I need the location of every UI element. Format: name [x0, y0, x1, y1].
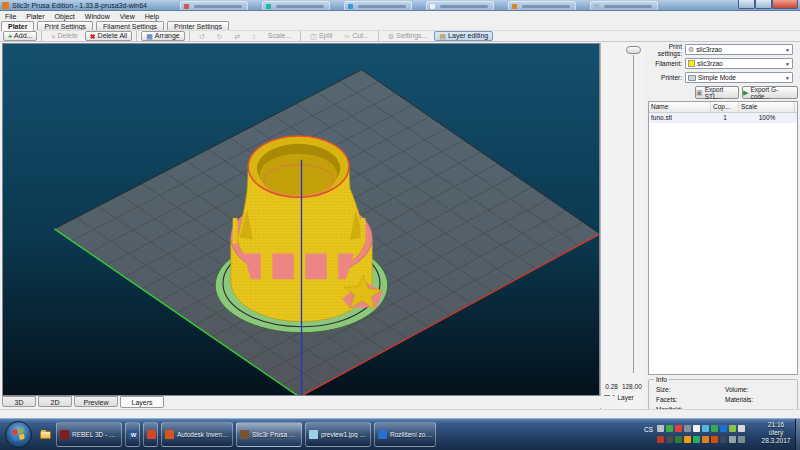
app-icon — [2, 2, 9, 9]
taskbar-button-display-settings[interactable]: Rozlišení zobraz... — [374, 422, 436, 447]
show-desktop-button[interactable] — [795, 419, 800, 450]
background-browser-tab — [508, 1, 576, 10]
taskbar-button-inventor[interactable]: Autodesk Inventor Pr... — [161, 422, 233, 447]
delete-button[interactable]: × Delete — [46, 31, 82, 41]
delete-icon: × — [51, 33, 55, 40]
tab-plater[interactable]: Plater — [1, 21, 34, 31]
rotate-cw-icon: ↻ — [217, 33, 223, 40]
tray-icon[interactable] — [675, 425, 682, 432]
tray-icon[interactable] — [657, 425, 664, 432]
tab-printer-settings[interactable]: Printer Settings — [167, 21, 229, 30]
tray-icon[interactable] — [657, 436, 664, 443]
plater-toolbar: + Add... × Delete ✖ Delete All ▦ Arrange… — [0, 30, 800, 42]
printer-icon — [688, 75, 696, 81]
clock-date: 28.3.2017 — [757, 437, 795, 445]
menu-plater[interactable]: Plater — [21, 13, 49, 20]
inventor-icon — [165, 430, 174, 439]
taskbar-button-slic3r[interactable]: Slic3r Prusa Edition - ... — [236, 422, 302, 447]
cut-button[interactable]: ✂ Cut... — [339, 31, 374, 41]
tray-icon[interactable] — [720, 436, 727, 443]
table-row[interactable]: funo.stl 1 100% — [649, 113, 797, 123]
background-browser-tab — [590, 1, 658, 10]
taskbar-button-paint[interactable]: preview1.jpg - Malov... — [305, 422, 371, 447]
layer-editing-icon: ▤ — [439, 33, 446, 40]
taskbar-clock[interactable]: 21:16 úterý 28.3.2017 — [757, 421, 795, 445]
layer-slider-track[interactable] — [633, 55, 634, 373]
minimize-button[interactable] — [738, 0, 755, 9]
column-copies[interactable]: Cop... — [711, 102, 739, 112]
tab-3d[interactable]: 3D — [2, 396, 36, 407]
tray-icon[interactable] — [684, 425, 691, 432]
rotate-ccw-button[interactable]: ↺ — [194, 31, 210, 41]
taskbar-button-powerpoint[interactable] — [143, 422, 158, 447]
start-button[interactable] — [5, 421, 32, 448]
tray-icon[interactable] — [729, 425, 736, 432]
mirror-button[interactable]: ⇄ — [229, 31, 245, 41]
export-stl-icon: ▣ — [696, 89, 703, 96]
tray-icon[interactable] — [693, 425, 700, 432]
volume-label: Volume: — [725, 386, 749, 393]
filament-select[interactable]: slic3rzao ▼ — [685, 58, 793, 69]
word-icon: W — [129, 430, 138, 439]
arrange-button[interactable]: ▦ Arrange — [141, 31, 185, 41]
size-label: Size: — [656, 386, 670, 393]
tray-icon[interactable] — [693, 436, 700, 443]
menu-window[interactable]: Window — [80, 13, 115, 20]
clock-time: 21:16 — [757, 421, 795, 429]
tray-icon[interactable] — [729, 436, 736, 443]
column-name[interactable]: Name — [649, 102, 711, 112]
tab-print-settings[interactable]: Print Settings — [37, 21, 93, 30]
menu-file[interactable]: File — [0, 13, 21, 20]
tray-icon[interactable] — [684, 436, 691, 443]
layer-slider-handle[interactable] — [626, 46, 641, 54]
column-scale[interactable]: Scale — [739, 102, 795, 112]
export-gcode-button[interactable]: ▶ Export G-code... — [742, 86, 798, 99]
delete-all-button[interactable]: ✖ Delete All — [85, 31, 132, 41]
layer-editing-panel: 0.28 128.00 1 Layer — [600, 43, 645, 418]
tray-icon[interactable] — [702, 436, 709, 443]
rotate-cw-button[interactable]: ↻ — [212, 31, 228, 41]
menu-help[interactable]: Help — [140, 13, 164, 20]
tray-icon[interactable] — [720, 425, 727, 432]
window-title: Slic3r Prusa Edition - 1.33.8-prusa3d-wi… — [12, 2, 147, 9]
tray-icon[interactable] — [666, 436, 673, 443]
close-button[interactable] — [772, 0, 798, 9]
3d-viewport-canvas[interactable] — [2, 43, 600, 396]
settings-button[interactable]: ⚙ Settings... — [383, 31, 432, 41]
windows-logo-icon — [12, 428, 24, 441]
tab-preview[interactable]: Preview — [74, 396, 118, 407]
taskbar-button-rebel3d[interactable]: REBEL 3D - Odeslat o... — [56, 422, 122, 447]
right-sidebar: Print settings: ⚙ slic3rzao ▼ Filament: … — [645, 43, 800, 418]
add-button[interactable]: + Add... — [3, 31, 37, 41]
tray-icon[interactable] — [711, 436, 718, 443]
scale-axis-icon: ↕ — [252, 33, 256, 40]
tray-icon[interactable] — [711, 425, 718, 432]
layer-editing-toggle[interactable]: ▤ Layer editing — [434, 31, 493, 41]
tray-icon[interactable] — [666, 425, 673, 432]
taskbar-button-word[interactable]: W — [125, 422, 140, 447]
settings-icon: ⚙ — [388, 33, 394, 40]
tray-icon[interactable] — [702, 425, 709, 432]
paint-icon — [309, 430, 318, 439]
facets-label: Facets: — [656, 396, 677, 403]
print-settings-select[interactable]: ⚙ slic3rzao ▼ — [685, 44, 793, 55]
printer-select[interactable]: Simple Mode ▼ — [685, 72, 793, 83]
scale-axis-button[interactable]: ↕ — [247, 31, 261, 41]
split-button[interactable]: ◫ Split — [305, 31, 337, 41]
cut-icon: ✂ — [344, 33, 350, 40]
tray-icon[interactable] — [738, 425, 745, 432]
explorer-taskbar-button[interactable] — [38, 423, 52, 446]
menu-object[interactable]: Object — [50, 13, 80, 20]
tab-layers[interactable]: Layers — [120, 396, 164, 408]
tab-filament-settings[interactable]: Filament Settings — [96, 21, 164, 30]
maximize-button[interactable] — [755, 0, 772, 9]
tray-icon[interactable] — [738, 436, 745, 443]
scale-button[interactable]: Scale... — [263, 31, 296, 41]
tab-2d[interactable]: 2D — [38, 396, 72, 407]
menu-view[interactable]: View — [115, 13, 140, 20]
tray-icon[interactable] — [675, 436, 682, 443]
language-indicator[interactable]: CS — [644, 426, 653, 433]
object-name: funo.stl — [649, 113, 711, 123]
export-stl-button[interactable]: ▣ Export STL... — [695, 86, 739, 99]
printer-label: Printer: — [645, 74, 685, 81]
